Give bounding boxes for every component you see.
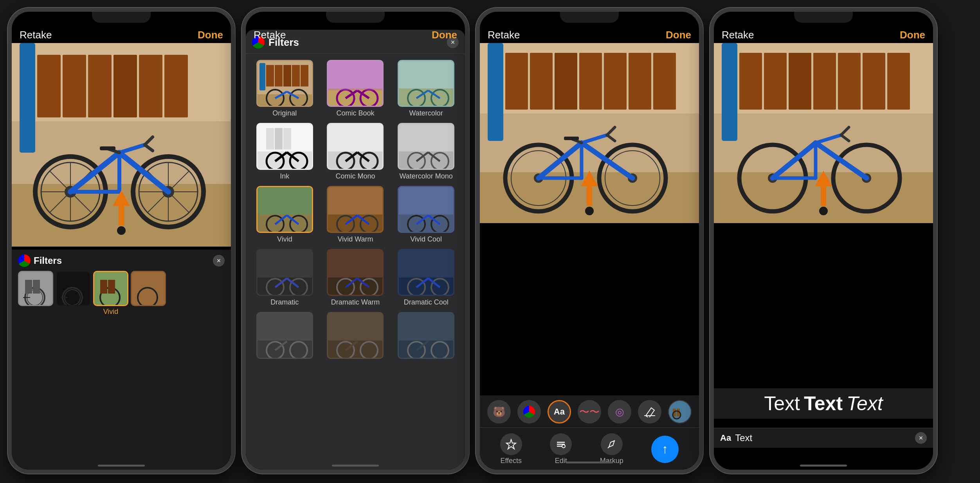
status-bar-3: [480, 12, 699, 29]
svg-rect-2: [20, 43, 35, 153]
text-normal: Text: [764, 392, 800, 415]
svg-rect-187: [764, 53, 787, 110]
arrow-stem-4: [821, 186, 826, 206]
main-image-3: [480, 43, 699, 223]
filters-title-1: Filters: [34, 255, 210, 266]
filter-label-vivid-cool: Vivid Cool: [410, 235, 442, 243]
svg-rect-5: [88, 55, 112, 117]
markup-label: Markup: [600, 457, 623, 465]
arrow-overlay-3: [581, 171, 598, 215]
markup-btn[interactable]: Markup: [600, 433, 623, 465]
done-button-3[interactable]: Done: [666, 29, 691, 41]
effects-toolbar-3: 🐻 Aa 〜〜 ◎: [480, 395, 699, 470]
text-label: Text: [735, 433, 911, 443]
svg-rect-39: [57, 272, 91, 306]
svg-rect-82: [283, 128, 291, 150]
filter-label-comic-book: Comic Book: [336, 109, 374, 117]
filter-cell-watercolor[interactable]: Watercolor: [391, 58, 461, 120]
filter-cell-comic-book[interactable]: Comic Book: [321, 58, 391, 120]
arrow-drop-3: [585, 207, 594, 215]
filter-thumb-dark-bw[interactable]: [56, 271, 91, 316]
status-bar-4: [714, 12, 933, 29]
retake-button-3[interactable]: Retake: [488, 29, 520, 41]
text-aa-btn[interactable]: Aa: [548, 400, 571, 424]
home-indicator-1: [98, 465, 145, 467]
camera-header-3: Retake Done: [480, 29, 699, 45]
effects-btn[interactable]: Effects: [500, 433, 522, 465]
filter-cell-ink[interactable]: Ink: [250, 121, 320, 183]
send-btn[interactable]: ↑: [651, 436, 679, 463]
svg-rect-38: [33, 280, 40, 294]
arrow-overlay-1: [113, 190, 130, 235]
filter-thumb-vivid[interactable]: Vivid: [93, 271, 128, 316]
svg-rect-191: [863, 53, 885, 110]
done-button-4[interactable]: Done: [900, 29, 925, 41]
retake-button-2[interactable]: Retake: [254, 29, 286, 41]
text-panel-header: Aa Text ×: [714, 428, 933, 448]
filter-thumb-bw[interactable]: [18, 271, 53, 316]
svg-rect-67: [328, 61, 384, 90]
filter-cell-dramatic-cool[interactable]: Dramatic Cool: [391, 247, 461, 309]
arrow-head-1: [113, 190, 130, 206]
color-btn[interactable]: [517, 400, 541, 424]
filter-cell-original[interactable]: Original: [250, 58, 320, 120]
svg-rect-52: [275, 65, 283, 87]
filter-cell-dramatic-warm[interactable]: Dramatic Warm: [321, 247, 391, 309]
svg-rect-3: [37, 55, 61, 117]
sticker-btn[interactable]: [668, 400, 692, 424]
filter-thumb-warm[interactable]: [131, 271, 166, 316]
status-bar-2: [246, 12, 465, 29]
filter-cell-noir-warm[interactable]: [321, 310, 391, 364]
filter-cell-noir-cool[interactable]: [391, 310, 461, 364]
edit-btn[interactable]: Edit: [550, 433, 572, 465]
arrow-drop-4: [819, 207, 828, 215]
retake-button-4[interactable]: Retake: [722, 29, 754, 41]
filter-color-wheel-1: [18, 254, 31, 267]
filter-cell-vivid[interactable]: Vivid: [250, 184, 320, 246]
status-bar-1: [12, 12, 231, 29]
squiggle-btn[interactable]: 〜〜: [578, 400, 601, 424]
svg-rect-37: [25, 280, 32, 294]
svg-rect-150: [530, 53, 553, 110]
svg-rect-45: [100, 280, 107, 294]
phone-2: Retake Done Filters × Original: [242, 8, 469, 474]
filter-cell-watercolor-mono[interactable]: Watercolor Mono: [391, 121, 461, 183]
svg-rect-55: [301, 65, 308, 87]
text-italic: Text: [847, 392, 883, 415]
edit-label: Edit: [555, 457, 567, 465]
filter-label-dramatic-cool: Dramatic Cool: [404, 298, 449, 306]
filters-close-1[interactable]: ×: [213, 255, 225, 267]
main-image-1: [12, 43, 231, 247]
done-button-1[interactable]: Done: [198, 29, 223, 41]
effects-label: Effects: [500, 457, 522, 465]
arrow-head-3: [581, 171, 598, 186]
svg-rect-153: [604, 53, 627, 110]
filter-cell-vivid-cool[interactable]: Vivid Cool: [391, 184, 461, 246]
svg-rect-81: [275, 128, 283, 150]
retake-button-1[interactable]: Retake: [20, 29, 52, 41]
filter-label-original: Original: [272, 109, 297, 117]
text-close-btn[interactable]: ×: [915, 432, 927, 444]
emoji-btn[interactable]: 🐻: [487, 400, 511, 424]
text-samples-area: Text Text Text: [714, 388, 933, 419]
filter-cell-dramatic[interactable]: Dramatic: [250, 247, 320, 309]
spiral-btn[interactable]: ◎: [608, 400, 631, 424]
svg-rect-192: [887, 53, 910, 110]
eraser-btn[interactable]: [638, 400, 661, 424]
filter-label-dramatic-warm: Dramatic Warm: [331, 298, 380, 306]
svg-rect-186: [739, 53, 762, 110]
filters-panel: Filters × Original Co: [246, 30, 465, 470]
filter-label-vivid-warm: Vivid Warm: [337, 235, 373, 243]
filter-cell-vivid-warm[interactable]: Vivid Warm: [321, 184, 391, 246]
svg-rect-51: [266, 65, 274, 87]
filter-thumb-vivid-label: Vivid: [103, 308, 119, 316]
svg-rect-151: [555, 53, 577, 110]
svg-rect-8: [164, 55, 188, 117]
filter-strip-1: Vivid: [12, 271, 231, 322]
home-indicator-2: [332, 465, 379, 467]
filter-cell-noir[interactable]: [250, 310, 320, 364]
filter-cell-comic-mono[interactable]: Comic Mono: [321, 121, 391, 183]
arrow-drop-1: [117, 226, 126, 235]
camera-header-2: Retake Done: [246, 29, 465, 45]
done-button-2[interactable]: Done: [432, 29, 457, 41]
